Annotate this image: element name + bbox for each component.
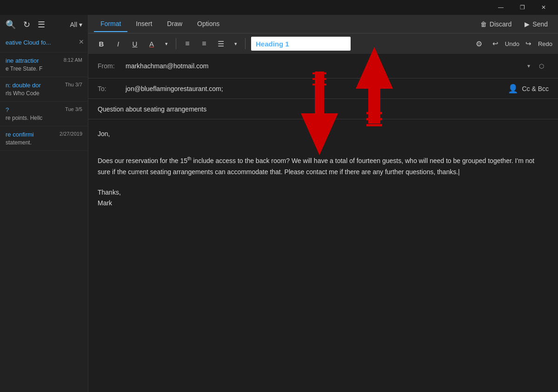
ribbon-tabs-left: Format Insert Draw Options bbox=[94, 16, 226, 32]
underline-button[interactable]: U bbox=[127, 37, 142, 51]
from-row: From: markhachman@hotmail.com ▾ ⬡ bbox=[88, 54, 558, 78]
item-preview: rls Who Code bbox=[6, 90, 82, 97]
search-icon[interactable]: 🔍 bbox=[6, 20, 16, 30]
send-button[interactable]: ▶ Send bbox=[520, 19, 552, 30]
subject-value[interactable]: Question about seating arrangements bbox=[98, 105, 549, 113]
font-color-dropdown[interactable]: ▾ bbox=[161, 37, 172, 51]
list-item[interactable]: ? Tue 3/5 re points. Hellc bbox=[0, 102, 88, 126]
send-label: Send bbox=[532, 20, 548, 28]
item-title: re confirmi bbox=[6, 131, 34, 138]
tab-format[interactable]: Format bbox=[94, 16, 127, 32]
item-title: ine attractior bbox=[6, 57, 39, 64]
item-header: n: double dor Thu 3/7 bbox=[6, 82, 82, 89]
list-item[interactable]: re confirmi 2/27/2019 statement. bbox=[0, 126, 88, 151]
title-bar: — ❐ ✕ bbox=[0, 0, 558, 15]
list-item[interactable]: eative Cloud fo... ✕ bbox=[0, 34, 88, 52]
item-title: ? bbox=[6, 106, 9, 113]
italic-button[interactable]: I bbox=[111, 37, 126, 51]
sidebar-toolbar: 🔍 ↻ ☰ All ▾ bbox=[0, 15, 88, 34]
compose-fields: From: markhachman@hotmail.com ▾ ⬡ To: jo… bbox=[88, 54, 558, 119]
maximize-button[interactable]: ❐ bbox=[512, 0, 533, 15]
item-header: eative Cloud fo... bbox=[6, 39, 82, 46]
cc-bcc-button[interactable]: Cc & Bcc bbox=[522, 85, 549, 92]
ribbon-tabs: Format Insert Draw Options 🗑 Discard ▶ S… bbox=[88, 15, 558, 33]
sidebar: 🔍 ↻ ☰ All ▾ eative Cloud fo... ✕ ine att… bbox=[0, 15, 88, 392]
minimize-button[interactable]: — bbox=[490, 0, 512, 15]
list-item[interactable]: ine attractior 8:12 AM e Tree State. F bbox=[0, 52, 88, 77]
align-button[interactable]: ☰ bbox=[213, 37, 228, 51]
body-closing: Thanks, Mark bbox=[98, 187, 549, 209]
body-greeting: Jon, bbox=[98, 129, 549, 139]
filter-label: All bbox=[70, 21, 77, 28]
item-time: Tue 3/5 bbox=[65, 106, 82, 112]
redo-label: Redo bbox=[538, 40, 552, 47]
from-label: From: bbox=[98, 62, 126, 70]
to-label: To: bbox=[98, 85, 126, 92]
popout-button[interactable]: ⬡ bbox=[534, 59, 549, 73]
align-dropdown[interactable]: ▾ bbox=[230, 37, 241, 51]
font-color-button[interactable]: A bbox=[144, 37, 159, 51]
item-time: 2/27/2019 bbox=[60, 131, 82, 137]
undo-button[interactable]: ↩ bbox=[488, 37, 503, 51]
format-right-actions: ⚙ ↩ Undo ↪ Redo bbox=[472, 37, 552, 51]
ribbon: Format Insert Draw Options 🗑 Discard ▶ S… bbox=[88, 15, 558, 54]
tab-insert[interactable]: Insert bbox=[129, 16, 159, 32]
ribbon-format-bar: B I U A ▾ ≡ ≡ ☰ ▾ bbox=[88, 33, 558, 54]
item-title: n: double dor bbox=[6, 82, 41, 89]
tab-draw[interactable]: Draw bbox=[160, 16, 189, 32]
to-actions: 👤 Cc & Bcc bbox=[508, 84, 549, 94]
item-time: Thu 3/7 bbox=[65, 82, 82, 87]
redo-button[interactable]: ↪ bbox=[521, 37, 536, 51]
separator-2 bbox=[245, 38, 246, 49]
main-layout: 🔍 ↻ ☰ All ▾ eative Cloud fo... ✕ ine att… bbox=[0, 15, 558, 392]
numbered-list-button[interactable]: ≡ bbox=[197, 37, 212, 51]
from-dropdown-icon[interactable]: ▾ bbox=[527, 63, 530, 69]
to-value[interactable]: jon@blueflamingorestaurant.com; bbox=[126, 85, 508, 92]
compose-area: Format Insert Draw Options 🗑 Discard ▶ S… bbox=[88, 15, 558, 392]
bullet-list-button[interactable]: ≡ bbox=[180, 37, 195, 51]
item-preview: re points. Hellc bbox=[6, 115, 82, 121]
close-button[interactable]: ✕ bbox=[533, 0, 554, 15]
discard-label: Discard bbox=[490, 20, 512, 28]
item-header: ine attractior 8:12 AM bbox=[6, 57, 82, 64]
subject-row: Question about seating arrangements bbox=[88, 99, 558, 119]
item-title: eative Cloud fo... bbox=[6, 39, 51, 46]
item-time: 8:12 AM bbox=[64, 57, 82, 63]
closing-line1: Thanks, bbox=[98, 187, 549, 198]
menu-icon[interactable]: ☰ bbox=[38, 20, 45, 30]
refresh-icon[interactable]: ↻ bbox=[23, 20, 30, 30]
add-people-icon[interactable]: 👤 bbox=[508, 84, 518, 94]
item-preview: e Tree State. F bbox=[6, 65, 82, 72]
bold-button[interactable]: B bbox=[94, 37, 109, 51]
filter-dropdown[interactable]: All ▾ bbox=[70, 21, 82, 28]
sidebar-items: eative Cloud fo... ✕ ine attractior 8:12… bbox=[0, 34, 88, 392]
from-value[interactable]: markhachman@hotmail.com bbox=[126, 62, 527, 70]
closing-line2: Mark bbox=[98, 198, 549, 209]
body-paragraph: Does our reservation for the 15th includ… bbox=[98, 155, 549, 177]
item-header: ? Tue 3/5 bbox=[6, 106, 82, 113]
from-actions: ▾ ⬡ bbox=[527, 59, 549, 73]
item-preview: statement. bbox=[6, 139, 82, 146]
item-header: re confirmi 2/27/2019 bbox=[6, 131, 82, 138]
tab-options[interactable]: Options bbox=[191, 16, 226, 32]
font-color-letter: A bbox=[149, 40, 154, 48]
send-icon: ▶ bbox=[525, 20, 530, 28]
superscript: th bbox=[187, 156, 191, 161]
separator-1 bbox=[176, 38, 176, 49]
trash-icon: 🗑 bbox=[480, 20, 487, 28]
discard-button[interactable]: 🗑 Discard bbox=[476, 19, 516, 30]
compose-body[interactable]: Jon, Does our reservation for the 15th i… bbox=[88, 119, 558, 392]
ribbon-tabs-right: 🗑 Discard ▶ Send bbox=[476, 19, 552, 30]
list-item[interactable]: n: double dor Thu 3/7 rls Who Code bbox=[0, 77, 88, 102]
undo-label: Undo bbox=[505, 40, 519, 47]
item-close-button[interactable]: ✕ bbox=[79, 38, 84, 46]
settings-button[interactable]: ⚙ bbox=[472, 37, 486, 51]
heading-selector[interactable] bbox=[251, 37, 351, 51]
body-spacer bbox=[98, 148, 549, 155]
filter-chevron-icon: ▾ bbox=[79, 21, 82, 28]
to-row: To: jon@blueflamingorestaurant.com; 👤 Cc… bbox=[88, 78, 558, 99]
